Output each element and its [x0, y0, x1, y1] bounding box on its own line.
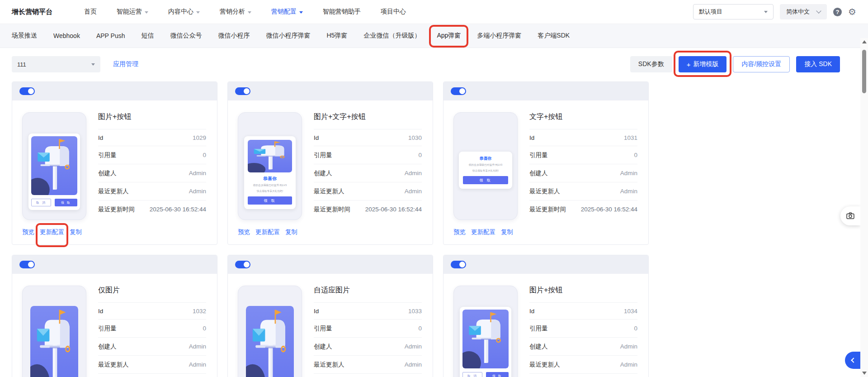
access-sdk-button[interactable]: 接入 SDK: [796, 56, 840, 72]
card-actions: 预览 更新配置 复制: [443, 224, 648, 244]
preview-cancel-button: 取 消: [462, 372, 482, 377]
id-value: 1031: [624, 134, 637, 141]
tab-item[interactable]: 短信: [141, 32, 154, 40]
card-header: [443, 82, 648, 100]
id-value: 1034: [624, 308, 637, 315]
top-nav-item[interactable]: 项目中心: [381, 8, 406, 16]
detail-row-updated-at: 最近更新时间 2025-06-30 16:52:44: [314, 200, 422, 218]
enable-toggle[interactable]: [451, 87, 466, 95]
top-nav-item[interactable]: 营销配置: [271, 8, 303, 16]
enable-toggle[interactable]: [19, 87, 35, 95]
top-nav-item[interactable]: 智能运营: [117, 8, 148, 16]
tab-item[interactable]: 微信小程序: [218, 32, 250, 40]
tab-item[interactable]: 多端小程序弹窗: [477, 32, 521, 40]
top-nav-item[interactable]: 营销分析: [220, 8, 251, 16]
tab-item[interactable]: APP Push: [96, 32, 125, 39]
scrollbar-thumb[interactable]: [862, 50, 866, 93]
detail-row-creator: 创建人 Admin: [529, 337, 637, 355]
enable-toggle[interactable]: [19, 261, 35, 268]
card-details: 仅图片 Id 1032 引用量 0 创建人 Admin 最近更新人 Admin: [98, 286, 206, 377]
help-icon[interactable]: ?: [833, 8, 842, 16]
top-nav-item[interactable]: 智能营销助手: [323, 8, 361, 16]
detail-row-creator: 创建人 Admin: [98, 337, 206, 355]
top-nav-item[interactable]: 首页: [84, 8, 97, 16]
top-nav-item[interactable]: 内容中心: [168, 8, 200, 16]
card-details: 自适应图片 Id 1033 引用量 0 创建人 Admin 最近更新人 Admi…: [314, 286, 422, 377]
refs-value: 0: [634, 325, 637, 332]
update-config-link[interactable]: 更新配置: [40, 228, 64, 236]
tab-item[interactable]: 微信公众号: [170, 32, 202, 40]
detail-row-creator: 创建人 Admin: [314, 337, 422, 355]
detail-row-refs: 引用量 0: [314, 146, 422, 164]
chevron-down-icon: [764, 11, 768, 13]
preview-link[interactable]: 预览: [238, 228, 250, 236]
preview-popup: 恭喜你 你的会员等级已经提升-到LV3 快去领取专享大礼包吧! 领 取: [244, 136, 296, 209]
toolbar: 111 应用管理 SDK参数 + 新增模版 内容/频控设置 接入 SDK: [0, 48, 868, 79]
toggle-knob: [244, 262, 250, 267]
chevron-down-icon: [299, 11, 303, 14]
card-header: [228, 82, 433, 100]
top-nav: 增长营销平台 首页智能运营内容中心营销分析营销配置智能营销助手项目中心 默认项目…: [0, 0, 868, 24]
tab-item[interactable]: 企业微信（升级版）: [363, 32, 420, 40]
project-select[interactable]: 默认项目: [693, 4, 774, 19]
top-nav-menu: 首页智能运营内容中心营销分析营销配置智能营销助手项目中心: [84, 8, 693, 16]
tab-item[interactable]: 客户端SDK: [538, 32, 570, 40]
channel-tab-bar: 场景推送WebhookAPP Push短信微信公众号微信小程序微信小程序弹窗H5…: [0, 24, 868, 48]
card-body: 取 消 领 取 恭喜你 你的会员等级已经提升-到LV3 快去领取专享大礼包吧! …: [228, 274, 433, 377]
language-select[interactable]: 简体中文: [780, 4, 827, 19]
detail-row-id: Id 1029: [98, 129, 206, 146]
copy-link[interactable]: 复制: [285, 228, 297, 236]
update-config-link[interactable]: 更新配置: [471, 228, 495, 236]
toggle-knob: [459, 88, 465, 94]
page-scrollbar[interactable]: [860, 38, 868, 377]
enable-toggle[interactable]: [451, 261, 466, 268]
content-settings-button[interactable]: 内容/频控设置: [733, 56, 790, 72]
app-manage-link[interactable]: 应用管理: [113, 60, 138, 68]
template-card: 取 消 领 取 恭喜你 你的会员等级已经提升-到LV3 快去领取专享大礼包吧! …: [12, 81, 217, 245]
preview-confirm-button: 领 取: [463, 176, 508, 184]
app-select[interactable]: 111: [12, 56, 100, 72]
tab-item[interactable]: Webhook: [53, 32, 80, 39]
card-details: 图片+按钮 Id 1034 引用量 0 创建人 Admin 最近更新人 Admi…: [529, 286, 637, 377]
popup-title: 恭喜你: [248, 176, 292, 182]
copy-link[interactable]: 复制: [70, 228, 82, 236]
new-template-button[interactable]: + 新增模版: [679, 56, 727, 72]
card-body: 取 消 领 取 恭喜你 你的会员等级已经提升-到LV3 快去领取专享大礼包吧! …: [443, 274, 648, 377]
project-select-value: 默认项目: [699, 8, 722, 16]
refs-value: 0: [418, 152, 422, 158]
detail-row-updater: 最近更新人 Admin: [529, 355, 637, 373]
detail-row-updated-at: 最近更新时间: [98, 373, 206, 377]
creator-value: Admin: [620, 343, 637, 350]
preview-link[interactable]: 预览: [453, 228, 466, 236]
tab-item[interactable]: App弹窗: [437, 32, 461, 40]
card-title: 图片+按钮: [98, 112, 206, 129]
tab-item[interactable]: 微信小程序弹窗: [266, 32, 310, 40]
gear-icon[interactable]: ⚙: [848, 7, 856, 16]
card-title: 自适应图片: [314, 286, 422, 302]
screenshot-fab[interactable]: [840, 206, 860, 225]
enable-toggle[interactable]: [235, 261, 250, 268]
detail-row-updater: 最近更新人 Admin: [314, 182, 422, 200]
card-header: [12, 82, 217, 100]
updater-value: Admin: [620, 188, 637, 195]
update-config-link[interactable]: 更新配置: [255, 228, 280, 236]
card-body: 取 消 领 取 恭喜你 你的会员等级已经提升-到LV3 快去领取专享大礼包吧! …: [228, 100, 433, 224]
card-title: 图片+文字+按钮: [314, 112, 422, 129]
toggle-knob: [28, 88, 34, 94]
preview-confirm-button: 领 取: [486, 372, 509, 377]
preview-link[interactable]: 预览: [22, 228, 34, 236]
tab-item[interactable]: 场景推送: [12, 32, 37, 40]
scroll-up-arrow-icon[interactable]: [862, 40, 867, 43]
template-card: 取 消 领 取 恭喜你 你的会员等级已经提升-到LV3 快去领取专享大礼包吧! …: [227, 81, 433, 245]
detail-row-id: Id 1030: [314, 129, 422, 146]
updater-value: Admin: [189, 188, 206, 195]
sdk-params-button[interactable]: SDK参数: [630, 56, 672, 72]
tab-item[interactable]: H5弹窗: [326, 32, 347, 40]
detail-row-updater: 最近更新人 Admin: [98, 182, 206, 200]
enable-toggle[interactable]: [235, 87, 250, 95]
collapse-panel-fab[interactable]: [845, 352, 860, 369]
scroll-down-arrow-icon[interactable]: [862, 372, 867, 375]
mailbox-illustration: [30, 306, 78, 377]
detail-row-creator: 创建人 Admin: [529, 164, 637, 182]
copy-link[interactable]: 复制: [501, 228, 513, 236]
